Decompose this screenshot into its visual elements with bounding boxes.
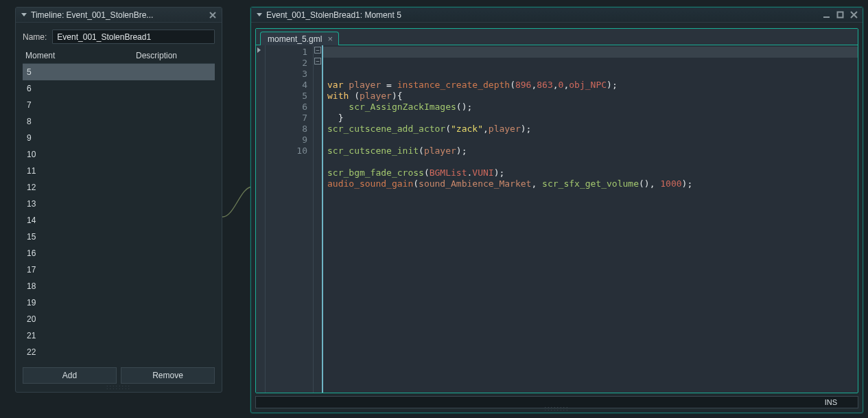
code-line[interactable]: scr_cutscene_init(player);: [327, 146, 858, 156]
code-line[interactable]: [327, 135, 858, 146]
code-line[interactable]: with (player){: [327, 91, 858, 102]
col-moment[interactable]: Moment: [23, 51, 98, 60]
code-title: Event_001_StolenBread1: Moment 5: [266, 10, 821, 20]
name-row: Name:: [16, 23, 222, 49]
close-icon[interactable]: [208, 10, 218, 20]
timeline-titlebar[interactable]: Timeline: Event_001_StolenBre...: [16, 8, 222, 23]
line-number[interactable]: 9: [266, 135, 307, 146]
code-line[interactable]: scr_cutscene_add_actor("zack",player);: [327, 124, 858, 135]
moment-row[interactable]: 17: [23, 262, 215, 278]
current-line-icon: [257, 47, 261, 53]
fold-icon[interactable]: −: [314, 58, 321, 65]
line-gutter[interactable]: 12345678910: [266, 45, 314, 393]
line-number[interactable]: 6: [266, 102, 307, 113]
line-number[interactable]: 8: [266, 124, 307, 135]
svg-rect-0: [837, 12, 843, 18]
moment-row[interactable]: 11: [23, 163, 215, 179]
col-description[interactable]: Description: [98, 51, 215, 60]
name-label: Name:: [23, 32, 47, 42]
moment-row[interactable]: 18: [23, 278, 215, 294]
moments-list[interactable]: 5678910111213141516171819202122: [23, 63, 215, 356]
line-number[interactable]: 3: [266, 69, 307, 80]
code-panel: Event_001_StolenBread1: Moment 5 moment_…: [250, 7, 863, 413]
fold-strip[interactable]: − −: [314, 45, 323, 393]
timeline-buttons: Add Remove: [23, 367, 215, 384]
breakpoint-strip[interactable]: [256, 45, 266, 393]
tab-label: moment_5.gml: [268, 34, 322, 44]
moment-row[interactable]: 13: [23, 196, 215, 212]
moment-row[interactable]: 15: [23, 229, 215, 245]
tab-moment-5[interactable]: moment_5.gml ×: [260, 32, 339, 45]
code-line[interactable]: scr_bgm_fade_cross(BGMList.VUNI);: [327, 167, 858, 178]
moment-row[interactable]: 21: [23, 327, 215, 344]
code-titlebar[interactable]: Event_001_StolenBread1: Moment 5: [251, 8, 863, 23]
maximize-icon[interactable]: [835, 10, 845, 20]
tab-close-icon[interactable]: ×: [327, 34, 333, 43]
drag-handle-icon[interactable]: ::::::::: [544, 405, 569, 412]
code-line[interactable]: scr_AssignZackImages();: [327, 102, 858, 113]
close-icon[interactable]: [849, 10, 858, 20]
moments-header: Moment Description: [16, 49, 222, 63]
minimize-icon[interactable]: [821, 10, 831, 20]
collapse-icon[interactable]: [257, 13, 262, 16]
code-line[interactable]: var player = instance_create_depth(896,8…: [327, 80, 858, 91]
insert-mode: INS: [825, 398, 837, 406]
add-button[interactable]: Add: [23, 367, 117, 384]
name-input[interactable]: [52, 30, 215, 44]
timeline-panel: Timeline: Event_001_StolenBre... Name: M…: [15, 7, 222, 393]
moment-row[interactable]: 10: [23, 146, 215, 163]
timeline-title: Timeline: Event_001_StolenBre...: [31, 10, 208, 20]
code-line[interactable]: audio_sound_gain(sound_Ambience_Market, …: [327, 178, 858, 189]
code-editor[interactable]: var player = instance_create_depth(896,8…: [323, 45, 858, 393]
line-number[interactable]: 7: [266, 113, 307, 124]
moment-row[interactable]: 16: [23, 245, 215, 262]
line-number[interactable]: 1: [266, 47, 307, 58]
fold-icon[interactable]: −: [314, 47, 321, 54]
code-body: 12345678910 − − var player = instance_cr…: [256, 45, 858, 393]
line-number[interactable]: 2: [266, 58, 307, 69]
connector-line: [221, 184, 254, 218]
moment-row[interactable]: 8: [23, 113, 215, 130]
moment-row[interactable]: 5: [23, 64, 215, 80]
moment-row[interactable]: 12: [23, 179, 215, 196]
moment-row[interactable]: 9: [23, 130, 215, 146]
current-line-highlight: [323, 47, 858, 58]
moment-row[interactable]: 6: [23, 80, 215, 97]
code-line[interactable]: }: [327, 113, 858, 124]
code-line[interactable]: [327, 156, 858, 167]
collapse-icon[interactable]: [21, 13, 27, 16]
moment-row[interactable]: 14: [23, 212, 215, 229]
code-editor-frame: moment_5.gml × 12345678910 − − var playe…: [255, 28, 858, 393]
moment-row[interactable]: 19: [23, 294, 215, 311]
moment-row[interactable]: 7: [23, 97, 215, 113]
moment-row[interactable]: 22: [23, 344, 215, 356]
drag-handle-icon[interactable]: ::::::::: [106, 384, 131, 391]
line-number[interactable]: 4: [266, 80, 307, 91]
line-number[interactable]: 5: [266, 91, 307, 102]
moment-row[interactable]: 20: [23, 311, 215, 327]
line-number[interactable]: 10: [266, 146, 307, 156]
remove-button[interactable]: Remove: [121, 367, 215, 384]
tab-strip: moment_5.gml ×: [256, 29, 858, 45]
